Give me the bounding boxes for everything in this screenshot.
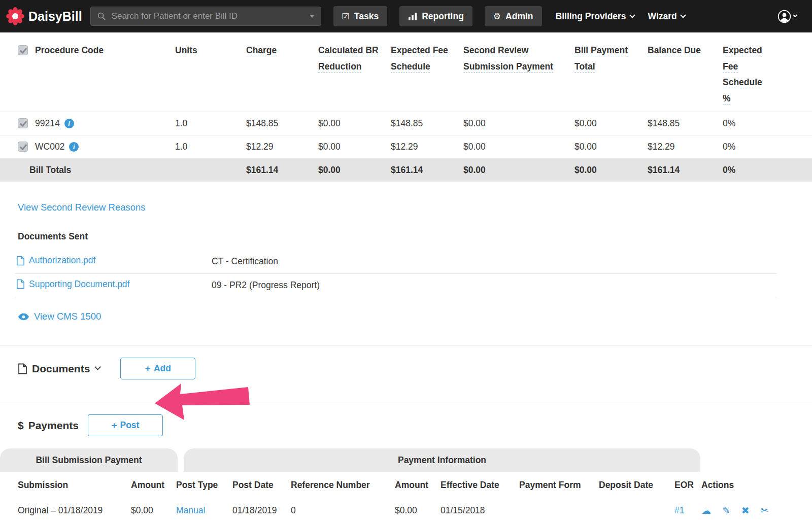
search-dropdown-caret-icon[interactable]	[310, 15, 315, 18]
bill-totals-label: Bill Totals	[0, 159, 175, 182]
plus-icon: +	[111, 420, 117, 431]
gear-icon: ⚙	[493, 11, 501, 22]
payments-panel-title: Payments	[28, 420, 79, 432]
chevron-down-icon	[793, 13, 797, 17]
second-review-payment-value: $0.00	[463, 112, 574, 135]
document-type: CT - Certification	[211, 250, 776, 273]
search-input[interactable]	[111, 11, 305, 22]
payment-amount-value: $0.00	[395, 498, 441, 524]
admin-label: Admin	[505, 11, 533, 22]
global-search	[90, 7, 321, 26]
top-navbar: DaisyBill ☑ Tasks Reporting ⚙ Admin Bill…	[0, 0, 812, 32]
post-payment-button[interactable]: + Post	[88, 414, 163, 436]
brand[interactable]: DaisyBill	[6, 7, 82, 25]
col-label-expected-fee-schedule[interactable]: Expected Fee Schedule	[391, 43, 457, 75]
col-payment-form: Payment Form	[519, 472, 599, 498]
col-post-type: Post Type	[176, 472, 232, 498]
reporting-button[interactable]: Reporting	[399, 6, 472, 26]
profile-menu[interactable]	[777, 10, 797, 23]
second-review-payment-value: $0.00	[463, 135, 574, 159]
tasks-icon: ☑	[342, 11, 350, 22]
units-value: 1.0	[175, 135, 246, 159]
procedure-code: WC002	[35, 142, 64, 152]
totals-br-reduction: $0.00	[318, 159, 391, 182]
post-date-value: 01/18/2019	[232, 498, 291, 524]
col-label-procedure-code: Procedure Code	[35, 45, 104, 55]
deposit-date-value	[599, 498, 674, 524]
tasks-label: Tasks	[354, 11, 379, 22]
col-label-calculated-br-reduction[interactable]: Calculated BR Reduction	[318, 43, 387, 75]
document-file-link[interactable]: Authorization.pdf	[16, 255, 95, 266]
col-expected-fee-schedule-pct: Expected Fee Schedule %	[723, 32, 812, 112]
col-bill-payment-total: Bill Payment Total	[574, 32, 648, 112]
post-type-link[interactable]: Manual	[176, 505, 205, 515]
select-all-checkbox[interactable]	[18, 45, 28, 55]
billing-providers-label: Billing Providers	[556, 11, 626, 22]
col-procedure-code: Procedure Code	[0, 32, 175, 112]
amount-value: $0.00	[131, 498, 176, 524]
col-label-bill-payment-total[interactable]: Bill Payment Total	[574, 43, 638, 75]
payment-row: Original – 01/18/2019 $0.00 Manual 01/18…	[0, 498, 812, 524]
dollar-icon: $	[18, 420, 24, 432]
expected-fee-value: $12.29	[391, 135, 463, 159]
totals-balance-due: $161.14	[648, 159, 723, 182]
col-actions: Actions	[701, 472, 812, 498]
col-charge: Charge	[246, 32, 318, 112]
document-sent-row: Supporting Document.pdf 09 - PR2 (Progre…	[15, 273, 776, 297]
balance-due-value: $148.85	[648, 112, 723, 135]
col-effective-date: Effective Date	[441, 472, 519, 498]
group-payment-information: Payment Information	[184, 448, 700, 472]
eor-link[interactable]: #1	[674, 505, 684, 515]
line-item-row: WC002i 1.0 $12.29 $0.00 $12.29 $0.00 $0.…	[0, 135, 812, 159]
chevron-down-icon	[94, 364, 101, 370]
col-units: Units	[175, 32, 246, 112]
payments-panel-title-group: $ Payments	[18, 420, 79, 432]
row-checkbox[interactable]	[18, 118, 28, 128]
bill-payment-total-value: $0.00	[574, 135, 648, 159]
delete-payment-icon[interactable]: ✖	[741, 505, 750, 516]
submission-value: Original – 01/18/2019	[0, 498, 131, 524]
col-label-charge[interactable]: Charge	[246, 45, 277, 55]
document-type: 09 - PR2 (Progress Report)	[211, 273, 776, 297]
procedure-code: 99214	[35, 118, 60, 128]
expected-fee-pct-value: 0%	[723, 135, 812, 159]
col-expected-fee-schedule: Expected Fee Schedule	[391, 32, 463, 112]
info-icon[interactable]: i	[64, 119, 74, 128]
brand-label: DaisyBill	[28, 9, 82, 24]
document-file-link[interactable]: Supporting Document.pdf	[16, 279, 129, 290]
col-label-second-review-submission-payment[interactable]: Second Review Submission Payment	[463, 43, 565, 75]
expected-fee-pct-value: 0%	[723, 112, 812, 135]
col-reference-number: Reference Number	[291, 472, 395, 498]
view-cms-1500-link[interactable]: View CMS 1500	[34, 311, 101, 322]
col-post-date: Post Date	[232, 472, 291, 498]
charge-value: $12.29	[246, 135, 318, 159]
admin-button[interactable]: ⚙ Admin	[485, 6, 542, 26]
balance-due-value: $12.29	[648, 135, 723, 159]
col-label-expected-fee-schedule-pct[interactable]: Expected Fee Schedule %	[723, 43, 767, 107]
edit-payment-icon[interactable]: ✎	[722, 505, 730, 516]
info-icon[interactable]: i	[69, 142, 79, 152]
cut-payment-icon[interactable]: ✂	[760, 505, 768, 516]
add-document-button[interactable]: + Add	[120, 358, 195, 379]
col-balance-due: Balance Due	[648, 32, 723, 112]
tasks-button[interactable]: ☑ Tasks	[333, 6, 388, 26]
totals-second-review-payment: $0.00	[463, 159, 574, 182]
col-amount: Amount	[131, 472, 176, 498]
plus-icon: +	[145, 363, 151, 374]
col-calculated-br-reduction: Calculated BR Reduction	[318, 32, 391, 112]
billing-providers-menu[interactable]: Billing Providers	[556, 11, 634, 22]
payments-panel: $ Payments + Post	[0, 404, 812, 446]
wizard-menu[interactable]: Wizard	[648, 11, 685, 22]
documents-panel: Documents + Add	[0, 345, 812, 392]
col-label-balance-due[interactable]: Balance Due	[648, 45, 701, 55]
payment-form-value	[519, 498, 599, 524]
documents-panel-toggle[interactable]: Documents	[18, 363, 100, 375]
col-second-review-submission-payment: Second Review Submission Payment	[463, 32, 574, 112]
row-checkbox[interactable]	[18, 142, 28, 152]
view-second-review-reasons-link[interactable]: View Second Review Reasons	[18, 202, 146, 213]
user-avatar-icon	[777, 10, 791, 23]
document-sent-row: Authorization.pdf CT - Certification	[15, 250, 776, 273]
post-payment-label: Post	[120, 420, 139, 431]
wizard-label: Wizard	[648, 11, 677, 22]
download-eor-cloud-icon[interactable]: ☁	[701, 505, 711, 516]
